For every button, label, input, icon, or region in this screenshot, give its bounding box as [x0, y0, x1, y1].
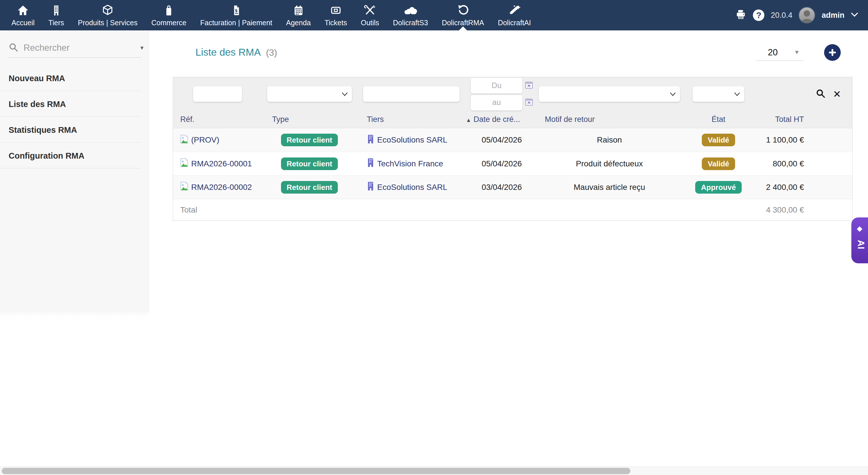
filter-date-from-input[interactable] — [471, 78, 522, 94]
date-cell: 05/04/2026 — [466, 135, 538, 144]
tiers-link[interactable]: EcoSolutions SARL — [377, 135, 447, 144]
filter-motif-select[interactable] — [539, 86, 680, 102]
wand-icon — [508, 4, 521, 17]
filter-ref-input[interactable] — [193, 86, 242, 102]
home-icon — [17, 4, 29, 17]
column-header-etat[interactable]: État — [681, 115, 756, 124]
search-input[interactable] — [24, 43, 138, 53]
calendar-picker-icon[interactable] — [525, 98, 533, 107]
sidebar-item-statistiques-rma[interactable]: Statistiques RMA — [0, 117, 141, 142]
motif-cell: Mauvais article reçu — [538, 183, 681, 192]
page-title-text: Liste des RMA — [195, 46, 260, 58]
rma-ref-link[interactable]: RMA2026-00001 — [191, 159, 252, 168]
type-badge: Retour client — [281, 158, 338, 170]
type-badge: Retour client — [281, 134, 338, 146]
ai-tab-label: AI — [856, 240, 866, 249]
record-count: (3) — [266, 47, 277, 58]
filter-tiers-input[interactable] — [363, 86, 460, 102]
page-size-value: 20 — [768, 47, 778, 58]
cube-icon — [102, 4, 114, 17]
svg-text:$: $ — [235, 8, 238, 13]
date-cell: 05/04/2026 — [466, 159, 538, 168]
chevron-down-icon[interactable] — [851, 12, 858, 19]
tiers-link[interactable]: EcoSolutions SARL — [377, 183, 447, 192]
rma-list-table: ✕ Réf. Type Tiers ▲Date de cré... Motif … — [173, 77, 852, 221]
sidebar-search: ▾ — [9, 42, 141, 58]
total-value: 4 300,00 € — [756, 205, 804, 214]
page-size-caret-icon: ▼ — [794, 49, 800, 56]
broken-image-icon — [180, 135, 188, 146]
ticket-icon — [330, 4, 342, 17]
nav-item-commerce[interactable]: Commerce — [144, 0, 193, 30]
print-icon[interactable] — [735, 9, 747, 22]
sidebar-item-liste-des-rma[interactable]: Liste des RMA — [0, 91, 141, 117]
table-row: (PROV) Retour client EcoSolutions SARL 0… — [173, 128, 852, 152]
column-header-motif[interactable]: Motif de retour — [538, 115, 681, 124]
type-badge: Retour client — [281, 181, 338, 194]
active-tab-indicator — [459, 26, 467, 30]
nav-item-agenda[interactable]: Agenda — [279, 0, 318, 30]
horizontal-scrollbar[interactable] — [0, 466, 868, 475]
column-header-ref[interactable]: Réf. — [173, 115, 262, 124]
rma-ref-link[interactable]: RMA2026-00002 — [191, 183, 252, 192]
total-label: Total — [173, 205, 262, 214]
sort-asc-icon: ▲ — [466, 117, 471, 123]
clear-filter-icon[interactable]: ✕ — [833, 88, 841, 100]
total-ht-cell: 2 400,00 € — [756, 183, 804, 192]
clouds-icon — [403, 4, 417, 17]
page-title: Liste des RMA (3) — [195, 46, 277, 58]
user-name[interactable]: admin — [822, 11, 844, 20]
calendar-icon — [292, 4, 305, 17]
filter-date-to-input[interactable] — [471, 95, 522, 110]
nav-item-facturation-paiement[interactable]: $ Facturation | Paiement — [193, 0, 279, 30]
sidebar-item-configuration-rma[interactable]: Configuration RMA — [0, 142, 141, 168]
column-header-date[interactable]: ▲Date de cré... — [466, 115, 538, 124]
nav-item-tiers[interactable]: Tiers — [42, 0, 71, 30]
add-rma-button[interactable] — [824, 44, 841, 61]
search-icon — [9, 42, 19, 53]
horizontal-scrollbar-thumb[interactable] — [2, 468, 630, 474]
total-ht-cell: 1 100,00 € — [756, 135, 804, 144]
tiers-link[interactable]: TechVision France — [377, 159, 443, 168]
status-badge: Validé — [702, 134, 735, 146]
total-ht-cell: 800,00 € — [756, 159, 804, 168]
column-header-tiers[interactable]: Tiers — [357, 115, 466, 124]
sidebar-item-nouveau-rma[interactable]: Nouveau RMA — [0, 65, 141, 91]
rma-ref-link[interactable]: (PROV) — [191, 135, 219, 144]
diamond-icon: ◆ — [857, 225, 862, 232]
sidebar-menu: Nouveau RMA Liste des RMA Statistiques R… — [0, 65, 148, 168]
broken-image-icon — [180, 181, 188, 193]
company-icon — [367, 158, 374, 169]
nav-item-dolicraftrma[interactable]: DolicraftRMA — [435, 0, 491, 30]
motif-cell: Produit défectueux — [538, 159, 681, 168]
search-dropdown-caret-icon[interactable]: ▾ — [141, 44, 144, 52]
status-badge: Validé — [702, 158, 735, 170]
broken-image-icon — [180, 158, 188, 169]
table-row: RMA2026-00002 Retour client EcoSolutions… — [173, 175, 852, 199]
nav-item-dolicrafts3[interactable]: DolicraftS3 — [386, 0, 435, 30]
status-badge: Approuvé — [695, 181, 741, 194]
apply-filter-search-icon[interactable] — [816, 89, 826, 100]
nav-item-accueil[interactable]: Accueil — [5, 0, 42, 30]
column-header-type[interactable]: Type — [262, 115, 357, 124]
filter-row: ✕ — [173, 77, 852, 111]
undo-icon — [457, 4, 469, 17]
table-row: RMA2026-00001 Retour client TechVision F… — [173, 152, 852, 175]
nav-item-produits-services[interactable]: Produits | Services — [71, 0, 144, 30]
page-size-select[interactable]: 20 ▼ — [756, 44, 804, 61]
motif-cell: Raison — [538, 135, 681, 144]
company-icon — [367, 181, 374, 193]
nav-item-tickets[interactable]: Tickets — [318, 0, 354, 30]
column-header-total-ht[interactable]: Total HT — [756, 115, 804, 124]
invoice-icon: $ — [230, 4, 242, 17]
help-icon[interactable]: ? — [753, 9, 764, 21]
left-sidebar: ▾ Nouveau RMA Liste des RMA Statistiques… — [0, 30, 149, 311]
calendar-picker-icon[interactable] — [525, 81, 533, 90]
company-icon — [367, 135, 374, 146]
nav-item-dolicraftai[interactable]: DolicraftAI — [491, 0, 538, 30]
filter-type-select[interactable] — [267, 86, 352, 102]
nav-item-outils[interactable]: Outils — [354, 0, 386, 30]
ai-assistant-tab[interactable]: ◆ AI — [851, 217, 868, 263]
avatar[interactable] — [799, 7, 815, 24]
filter-etat-select[interactable] — [693, 86, 744, 102]
